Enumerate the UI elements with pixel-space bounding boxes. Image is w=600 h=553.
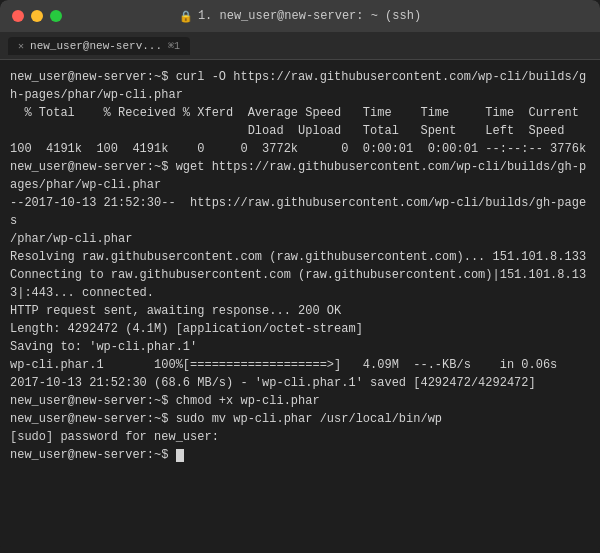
terminal-line: Dload Upload Total Spent Left Speed <box>10 122 590 140</box>
terminal-tab[interactable]: ✕ new_user@new-serv... ⌘1 <box>8 37 190 55</box>
window-controls[interactable] <box>12 10 62 22</box>
terminal-line: Length: 4292472 (4.1M) [application/octe… <box>10 320 590 338</box>
terminal-line: Saving to: 'wp-cli.phar.1' <box>10 338 590 356</box>
terminal-line: 100 4191k 100 4191k 0 0 3772k 0 0:00:01 … <box>10 140 590 158</box>
terminal-line: Resolving raw.githubusercontent.com (raw… <box>10 248 590 266</box>
title-bar: 🔒 1. new_user@new-server: ~ (ssh) <box>0 0 600 32</box>
terminal-line: ages/phar/wp-cli.phar <box>10 176 590 194</box>
minimize-button[interactable] <box>31 10 43 22</box>
terminal-body[interactable]: new_user@new-server:~$ curl -O https://r… <box>0 60 600 553</box>
tab-shortcut: ⌘1 <box>168 40 180 52</box>
window-title: 🔒 1. new_user@new-server: ~ (ssh) <box>179 9 421 23</box>
tab-label: new_user@new-serv... <box>30 40 162 52</box>
close-button[interactable] <box>12 10 24 22</box>
terminal-line: [sudo] password for new_user: <box>10 428 590 446</box>
terminal-line: 2017-10-13 21:52:30 (68.6 MB/s) - 'wp-cl… <box>10 374 590 392</box>
terminal-line: new_user@new-server:~$ sudo mv wp-cli.ph… <box>10 410 590 428</box>
terminal-cursor <box>176 449 184 462</box>
terminal-line: new_user@new-server:~$ curl -O https://r… <box>10 68 590 86</box>
terminal-line: wp-cli.phar.1 100%[===================>]… <box>10 356 590 374</box>
tab-close-icon[interactable]: ✕ <box>18 40 24 52</box>
terminal-line: HTTP request sent, awaiting response... … <box>10 302 590 320</box>
terminal-line: new_user@new-server:~$ wget https://raw.… <box>10 158 590 176</box>
terminal-line: /phar/wp-cli.phar <box>10 230 590 248</box>
terminal-line: 3|:443... connected. <box>10 284 590 302</box>
maximize-button[interactable] <box>50 10 62 22</box>
terminal-line: new_user@new-server:~$ chmod +x wp-cli.p… <box>10 392 590 410</box>
terminal-line: new_user@new-server:~$ <box>10 446 590 464</box>
terminal-line: --2017-10-13 21:52:30-- https://raw.gith… <box>10 194 590 230</box>
lock-icon: 🔒 <box>179 10 193 23</box>
tab-bar: ✕ new_user@new-serv... ⌘1 <box>0 32 600 60</box>
terminal-line: Connecting to raw.githubusercontent.com … <box>10 266 590 284</box>
terminal-line: h-pages/phar/wp-cli.phar <box>10 86 590 104</box>
terminal-line: % Total % Received % Xferd Average Speed… <box>10 104 590 122</box>
